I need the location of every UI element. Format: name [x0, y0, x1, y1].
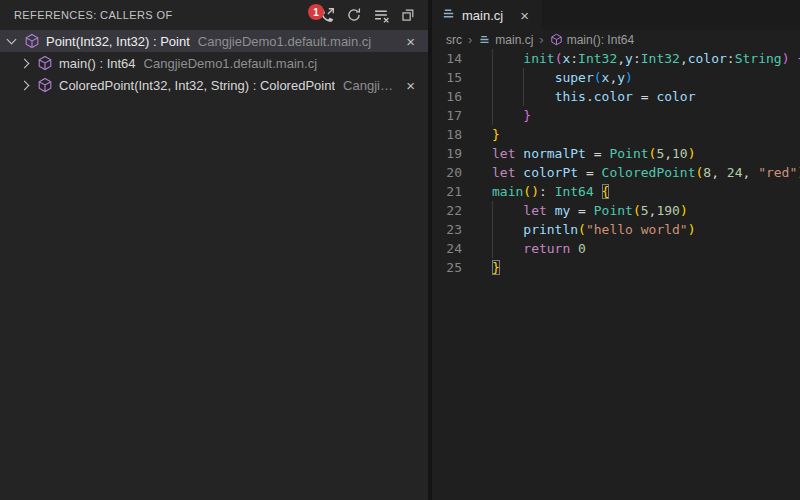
- code-text: init(x:Int32,y:Int32,color:String) {: [492, 49, 800, 68]
- line-number: 19: [432, 144, 462, 163]
- line-number: 16: [432, 87, 462, 106]
- code-text: let my = Point(5,190): [492, 201, 688, 220]
- count-badge: 1: [308, 4, 324, 20]
- line-number: 23: [432, 220, 462, 239]
- code-line[interactable]: 18}: [432, 125, 800, 144]
- collapse-all-icon[interactable]: [398, 5, 418, 25]
- vscode-window: REFERENCES: CALLERS OF 1: [0, 0, 800, 500]
- indent-guide: [523, 68, 524, 106]
- line-number: 20: [432, 163, 462, 182]
- code-line[interactable]: 23 println("hello world"): [432, 220, 800, 239]
- chevron-right-icon[interactable]: [20, 58, 30, 68]
- breadcrumb: src › main.cj › main(): Int64: [432, 30, 800, 49]
- breadcrumb-symbol[interactable]: main(): Int64: [550, 33, 634, 47]
- symbol-method-icon: [24, 33, 40, 49]
- breadcrumb-file[interactable]: main.cj: [478, 33, 533, 47]
- line-number: 18: [432, 125, 462, 144]
- tab-bar: main.cj ×: [432, 0, 800, 30]
- close-icon[interactable]: ×: [403, 78, 418, 93]
- tree-row-label: Point(Int32, Int32) : Point: [46, 34, 190, 49]
- symbol-method-icon: [37, 77, 53, 93]
- tree-row[interactable]: Point(Int32, Int32) : PointCangjieDemo1.…: [0, 30, 428, 52]
- code-line[interactable]: 19let normalPt = Point(5,10): [432, 144, 800, 163]
- line-number: 14: [432, 49, 462, 68]
- code-line[interactable]: 21main(): Int64 {: [432, 182, 800, 201]
- tree-row[interactable]: ColoredPoint(Int32, Int32, String) : Col…: [0, 74, 428, 96]
- references-tree: Point(Int32, Int32) : PointCangjieDemo1.…: [0, 30, 428, 500]
- code-text: let colorPt = ColoredPoint(8, 24, "red"): [492, 163, 800, 182]
- line-number: 22: [432, 201, 462, 220]
- line-number: 17: [432, 106, 462, 125]
- tree-row-description: Cangjie...: [343, 78, 397, 93]
- tab-close-icon[interactable]: ×: [517, 7, 532, 24]
- tree-row-description: CangjieDemo1.default.main.cj: [144, 56, 418, 71]
- tree-row-label: main() : Int64: [59, 56, 136, 71]
- symbol-method-icon: [550, 33, 563, 46]
- panel-title: REFERENCES: CALLERS OF: [14, 9, 173, 21]
- code-text: }: [492, 258, 500, 277]
- line-number: 15: [432, 68, 462, 87]
- line-number: 25: [432, 258, 462, 277]
- chevron-right-icon[interactable]: [20, 80, 30, 90]
- breadcrumb-folder[interactable]: src: [446, 33, 462, 47]
- code-text: let normalPt = Point(5,10): [492, 144, 696, 163]
- code-line[interactable]: 22 let my = Point(5,190): [432, 201, 800, 220]
- indent-guide: [492, 49, 493, 125]
- code-text: }: [492, 106, 531, 125]
- tree-row-label: ColoredPoint(Int32, Int32, String) : Col…: [59, 78, 335, 93]
- clear-list-icon[interactable]: [371, 5, 391, 25]
- line-number: 21: [432, 182, 462, 201]
- call-outgoing-icon[interactable]: 1: [317, 5, 337, 25]
- code-line[interactable]: 17 }: [432, 106, 800, 125]
- code-line[interactable]: 16 this.color = color: [432, 87, 800, 106]
- code-text: super(x,y): [492, 68, 633, 87]
- tab-main-cj[interactable]: main.cj ×: [432, 0, 542, 30]
- cangjie-file-icon: [441, 6, 456, 25]
- chevron-down-icon[interactable]: [7, 35, 17, 45]
- close-icon[interactable]: ×: [403, 34, 418, 49]
- tab-label: main.cj: [462, 8, 503, 23]
- code-line[interactable]: 25}: [432, 258, 800, 277]
- code-line[interactable]: 20let colorPt = ColoredPoint(8, 24, "red…: [432, 163, 800, 182]
- chevron-right-icon: ›: [468, 32, 472, 47]
- references-panel-header: REFERENCES: CALLERS OF 1: [0, 0, 428, 30]
- references-panel: REFERENCES: CALLERS OF 1: [0, 0, 428, 500]
- code-text: main(): Int64 {: [492, 182, 609, 201]
- line-number: 24: [432, 239, 462, 258]
- refresh-icon[interactable]: [344, 5, 364, 25]
- code-line[interactable]: 14 init(x:Int32,y:Int32,color:String) {: [432, 49, 800, 68]
- symbol-method-icon: [37, 55, 53, 71]
- code-text: println("hello world"): [492, 220, 696, 239]
- code-line[interactable]: 24 return 0: [432, 239, 800, 258]
- chevron-right-icon: ›: [539, 32, 543, 47]
- indent-guide: [492, 201, 493, 258]
- code-text: return 0: [492, 239, 586, 258]
- cangjie-file-icon: [478, 33, 491, 46]
- code-editor[interactable]: 14 init(x:Int32,y:Int32,color:String) {1…: [432, 49, 800, 500]
- tree-row-description: CangjieDemo1.default.main.cj: [198, 34, 397, 49]
- panel-actions: 1: [317, 5, 418, 25]
- code-line[interactable]: 15 super(x,y): [432, 68, 800, 87]
- editor-group: main.cj × src › main.cj › main(): Int64 …: [432, 0, 800, 500]
- code-text: }: [492, 125, 500, 144]
- tree-row[interactable]: main() : Int64CangjieDemo1.default.main.…: [0, 52, 428, 74]
